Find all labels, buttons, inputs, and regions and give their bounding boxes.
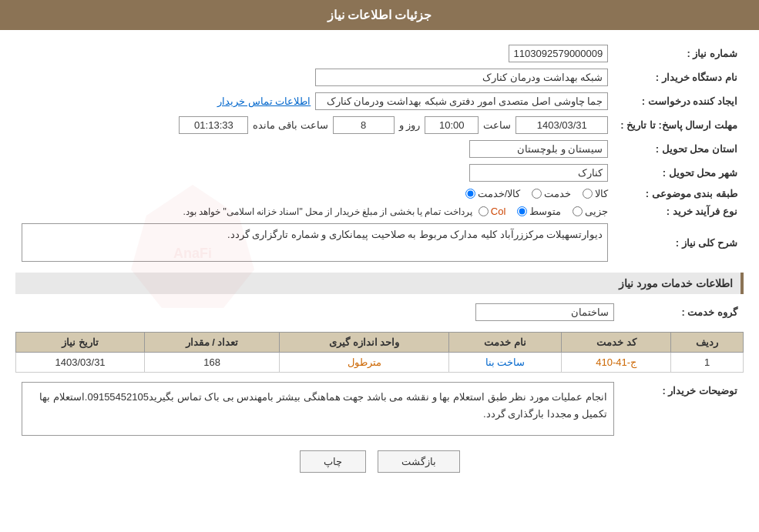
deadline-label: مهلت ارسال پاسخ: تا تاریخ : [614,113,744,137]
requester-box: جما چاوشی اصل متصدی امور دفتری شبکه بهدا… [315,92,608,110]
service-group-label: گروه خدمت : [620,300,744,324]
category-label: طبقه بندی موضوعی : [614,185,744,202]
radio-col[interactable] [479,206,489,216]
radio-kala[interactable] [583,189,593,199]
radio-kala-khedmat[interactable] [465,189,475,199]
page-title: جزئیات اطلاعات نیاز [327,8,432,22]
category-option-kala[interactable]: کالا [583,188,608,199]
need-number-value: 1103092579000009 [15,42,614,65]
requester-row: جما چاوشی اصل متصدی امور دفتری شبکه بهدا… [15,89,614,113]
buyer-description-label: توضیحات خریدار : [620,379,744,439]
radio-jozi[interactable] [573,206,583,216]
deadline-remaining-label: ساعت باقی مانده [253,119,327,131]
general-description-label: شرح کلی نیاز : [614,220,744,265]
cell-service-name: ساخت بنا [449,353,562,373]
purchase-type-motavasset[interactable]: متوسط [517,206,561,217]
deadline-row: 1403/03/31 ساعت 10:00 روز و 8 ساعت باقی … [15,113,614,137]
purchase-type-jozi[interactable]: جزیی [573,206,608,217]
contact-link[interactable]: اطلاعات تماس خریدار [217,95,311,107]
city-value: کنارک [15,161,614,185]
services-section-title: اطلاعات خدمات مورد نیاز [15,273,744,294]
purchase-type-label: نوع فرآیند خرید : [614,202,744,220]
province-value: سیستان و بلوچستان [15,137,614,161]
need-number-box: 1103092579000009 [509,45,609,62]
province-box: سیستان و بلوچستان [469,140,608,158]
deadline-day-label: روز و [399,119,421,131]
category-row: کالا خدمت کالا/خدمت [15,185,614,202]
col-header-service-name: نام خدمت [449,333,562,353]
category-option-khedmat[interactable]: خدمت [532,188,571,199]
back-button[interactable]: بازگشت [378,450,460,473]
purchase-type-col[interactable]: Col [479,206,506,217]
province-label: استان محل تحویل : [614,137,744,161]
print-button[interactable]: چاپ [300,450,366,473]
radio-khedmat[interactable] [532,189,542,199]
table-row: 1 ج-41-410 ساخت بنا مترطول 168 1403/03/3… [16,353,744,373]
category-option-kala-khedmat[interactable]: کالا/خدمت [465,188,521,199]
purchase-type-row: جزیی متوسط Col پر [15,202,614,220]
buyer-description-table: توضیحات خریدار : انجام عملیات مورد نظر ط… [15,379,744,439]
cell-row-num: 1 [671,353,744,373]
deadline-days-box: 8 [333,116,395,134]
col-header-date: تاریخ نیاز [16,333,145,353]
service-group-value: ساختمان [15,300,620,324]
deadline-time-box: 10:00 [425,116,479,134]
deadline-date-box: 1403/03/31 [516,116,608,134]
cell-unit: مترطول [279,353,448,373]
buyer-org-box: شبکه بهداشت ودرمان کنارک [315,69,608,86]
requester-label: ایجاد کننده درخواست : [614,89,744,113]
purchase-type-note: پرداخت تمام یا بخشی از مبلغ خریدار از مح… [183,206,472,217]
buyer-description-box: انجام عملیات مورد نظر طبق استعلام بها و … [22,382,614,436]
deadline-time-label: ساعت [483,119,511,131]
service-group-box: ساختمان [475,303,614,321]
page-header: جزئیات اطلاعات نیاز [0,0,759,30]
col-header-unit: واحد اندازه گیری [279,333,448,353]
deadline-remaining-box: 01:13:33 [179,116,248,134]
need-number-label: شماره نیاز : [614,42,744,65]
col-header-row-num: ردیف [671,333,744,353]
service-group-table: گروه خدمت : ساختمان [15,300,744,324]
buyer-description-value: انجام عملیات مورد نظر طبق استعلام بها و … [15,379,620,439]
info-table: شماره نیاز : 1103092579000009 نام دستگاه… [15,42,744,265]
cell-service-code: ج-41-410 [562,353,671,373]
col-header-service-code: کد خدمت [562,333,671,353]
cell-date: 1403/03/31 [16,353,145,373]
buyer-org-value: شبکه بهداشت ودرمان کنارک [15,65,614,89]
services-data-table: ردیف کد خدمت نام خدمت واحد اندازه گیری ت… [15,332,744,373]
general-description-box: دیوارتسهیلات مرکززرآباد کلیه مدارک مربوط… [22,223,608,262]
buyer-org-label: نام دستگاه خریدار : [614,65,744,89]
radio-motavasset[interactable] [517,206,527,216]
cell-quantity: 168 [145,353,280,373]
buttons-row: بازگشت چاپ [15,450,744,473]
col-header-quantity: تعداد / مقدار [145,333,280,353]
general-description-value: دیوارتسهیلات مرکززرآباد کلیه مدارک مربوط… [15,220,614,265]
city-label: شهر محل تحویل : [614,161,744,185]
city-box: کنارک [469,164,608,182]
